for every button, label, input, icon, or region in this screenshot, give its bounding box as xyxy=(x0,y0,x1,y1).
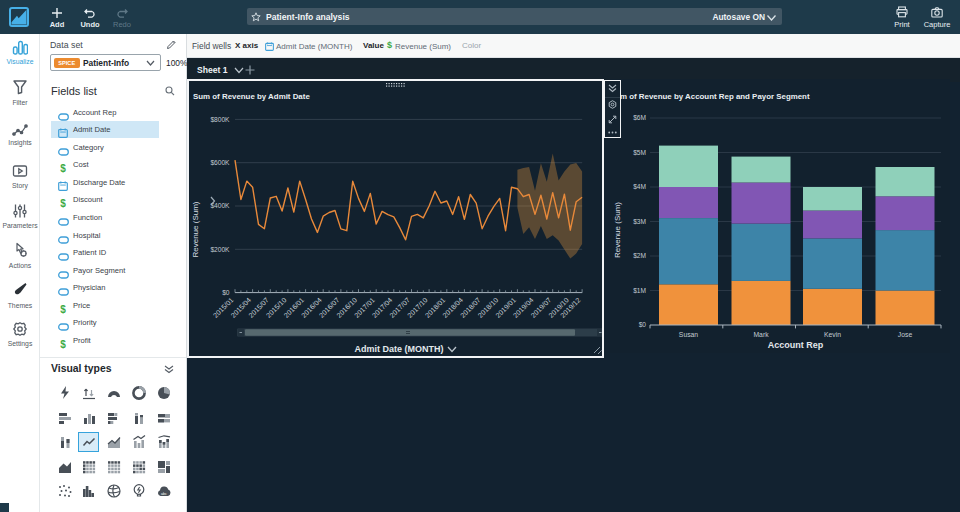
svg-text:$200K: $200K xyxy=(210,246,230,253)
svg-text:$6M: $6M xyxy=(633,114,646,121)
svg-text:$: $ xyxy=(60,163,66,173)
svg-text:$800K: $800K xyxy=(210,116,230,123)
svg-text:abc: abc xyxy=(161,492,167,496)
svg-text:$0: $0 xyxy=(222,289,230,296)
svg-text:$2M: $2M xyxy=(633,252,646,259)
svg-text:$3M: $3M xyxy=(633,218,646,225)
svg-text:Kevin: Kevin xyxy=(824,331,841,338)
svg-text:m of Revenue by Account Rep an: m of Revenue by Account Rep and Payor Se… xyxy=(620,92,810,101)
svg-text:$: $ xyxy=(60,339,66,349)
svg-text:Jose: Jose xyxy=(898,331,913,338)
svg-text:Sum of Revenue by Admit Date: Sum of Revenue by Admit Date xyxy=(193,92,310,101)
svg-text:$0: $0 xyxy=(639,321,647,328)
svg-text:Account Rep: Account Rep xyxy=(768,340,824,350)
svg-text:$: $ xyxy=(60,198,66,208)
svg-text:$1M: $1M xyxy=(633,287,646,294)
svg-text:Revenue (Sum): Revenue (Sum) xyxy=(613,202,622,258)
svg-text:$5M: $5M xyxy=(633,149,646,156)
svg-text:Susan: Susan xyxy=(679,331,698,338)
svg-text:$600K: $600K xyxy=(210,159,230,166)
svg-text:$: $ xyxy=(60,304,66,314)
svg-text:Admit Date (MONTH): Admit Date (MONTH) xyxy=(355,344,444,354)
svg-text:Mark: Mark xyxy=(753,331,769,338)
svg-text:$4M: $4M xyxy=(633,183,646,190)
svg-text:$400K: $400K xyxy=(210,202,230,209)
svg-text:Revenue (Sum): Revenue (Sum) xyxy=(191,201,200,257)
